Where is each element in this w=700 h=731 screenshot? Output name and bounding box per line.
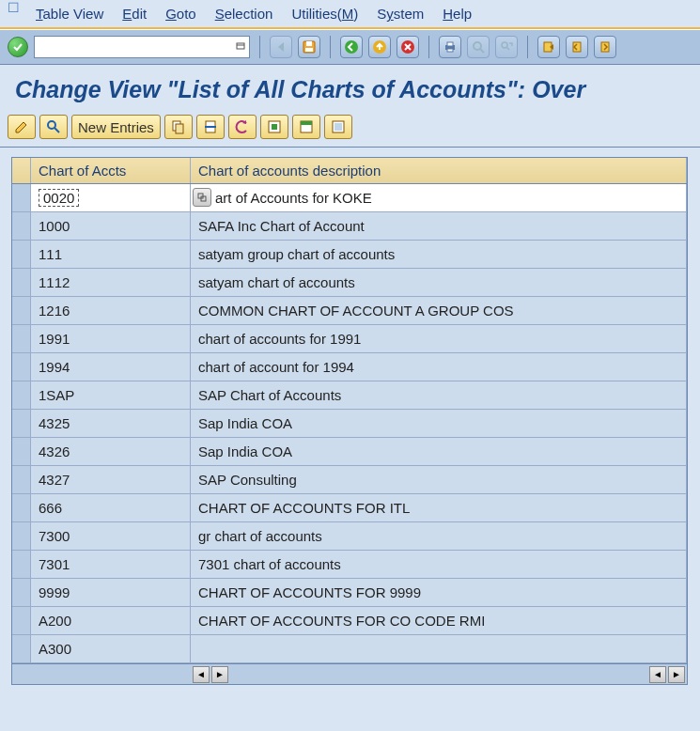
row-selector[interactable] bbox=[12, 494, 31, 521]
cell-description[interactable]: CHART OF ACCOUNTS FOR CO CODE RMI bbox=[191, 607, 687, 634]
column-header-desc[interactable]: Chart of accounts description bbox=[191, 158, 687, 183]
cell-description[interactable]: CHART OF ACCOUNTS FOR ITL bbox=[191, 494, 687, 521]
details-button[interactable] bbox=[39, 115, 68, 139]
cell-code[interactable]: 111 bbox=[31, 241, 191, 268]
cell-code[interactable]: 0020 bbox=[31, 184, 191, 211]
menu-system[interactable]: System bbox=[377, 6, 424, 22]
menu-tableview[interactable]: Table View bbox=[36, 6, 103, 22]
cell-code[interactable]: 1216 bbox=[31, 297, 191, 324]
cell-code[interactable]: A200 bbox=[31, 607, 191, 634]
row-selector[interactable] bbox=[12, 579, 31, 606]
cell-description[interactable]: Sap India COA bbox=[191, 410, 687, 437]
prev-page-icon[interactable] bbox=[566, 36, 588, 58]
scroll-left-icon[interactable]: ◄ bbox=[193, 666, 210, 683]
table-header: Chart of Accts Chart of accounts descrip… bbox=[12, 158, 687, 184]
svg-point-4 bbox=[345, 40, 358, 54]
save-icon[interactable] bbox=[298, 36, 320, 58]
menu-utilitiesm[interactable]: Utilities(M) bbox=[291, 6, 358, 22]
menu-selection[interactable]: Selection bbox=[215, 6, 273, 22]
cell-description[interactable]: satyam group chart of accounts bbox=[191, 241, 687, 268]
cell-code[interactable]: 4325 bbox=[31, 410, 191, 437]
cell-code[interactable]: 666 bbox=[31, 494, 191, 521]
row-selector[interactable] bbox=[12, 522, 31, 550]
row-selector[interactable] bbox=[12, 381, 31, 409]
cell-code[interactable]: 1112 bbox=[31, 269, 191, 296]
command-dropdown-icon[interactable] bbox=[232, 42, 249, 52]
select-all-column[interactable] bbox=[12, 158, 31, 183]
delete-button[interactable] bbox=[196, 115, 225, 139]
cell-description[interactable]: SAP Consulting bbox=[191, 466, 687, 493]
cell-description[interactable]: SAFA Inc Chart of Account bbox=[191, 212, 687, 240]
row-selector[interactable] bbox=[12, 353, 31, 381]
standard-toolbar bbox=[0, 29, 700, 65]
menu-bar: ☐ Table ViewEditGotoSelectionUtilities(M… bbox=[0, 0, 700, 29]
f4-help-icon[interactable] bbox=[193, 188, 211, 207]
cell-description[interactable]: Sap India COA bbox=[191, 438, 687, 465]
cell-code[interactable]: 7300 bbox=[31, 522, 191, 550]
row-selector[interactable] bbox=[12, 551, 31, 578]
row-selector[interactable] bbox=[12, 607, 31, 634]
print-icon[interactable] bbox=[439, 36, 461, 58]
cell-description[interactable] bbox=[191, 635, 687, 662]
deselect-all-button[interactable] bbox=[324, 115, 352, 139]
svg-rect-25 bbox=[334, 123, 342, 131]
row-selector[interactable] bbox=[12, 212, 31, 240]
cell-code[interactable]: 1991 bbox=[31, 325, 191, 352]
cell-code[interactable]: 1SAP bbox=[31, 381, 191, 409]
cell-description[interactable]: SAP Chart of Accounts bbox=[191, 381, 687, 409]
cancel-icon[interactable] bbox=[397, 36, 419, 58]
cell-code[interactable]: 1000 bbox=[31, 212, 191, 240]
row-selector[interactable] bbox=[12, 466, 31, 493]
exit-icon[interactable] bbox=[368, 36, 391, 58]
window-menu-icon[interactable]: ☐ bbox=[8, 0, 20, 15]
cell-description[interactable]: chart of account for 1994 bbox=[191, 353, 687, 381]
svg-point-10 bbox=[474, 42, 481, 50]
scroll-right-icon[interactable]: ► bbox=[211, 666, 228, 683]
cell-description[interactable]: 7301 chart of accounts bbox=[191, 551, 687, 578]
row-selector[interactable] bbox=[12, 438, 31, 465]
row-selector[interactable] bbox=[12, 635, 31, 662]
next-page-icon[interactable] bbox=[594, 36, 616, 58]
cell-description[interactable]: gr chart of accounts bbox=[191, 522, 687, 550]
cell-code[interactable]: 7301 bbox=[31, 551, 191, 578]
row-selector[interactable] bbox=[12, 297, 31, 324]
row-selector[interactable] bbox=[12, 269, 31, 296]
menu-goto[interactable]: Goto bbox=[165, 6, 196, 22]
toolbar-separator bbox=[330, 36, 331, 58]
row-selector[interactable] bbox=[12, 410, 31, 437]
select-all-button[interactable] bbox=[260, 115, 288, 139]
scroll-left-end-icon[interactable]: ◄ bbox=[649, 666, 666, 683]
table-row: 1991chart of accounts for 1991 bbox=[12, 325, 687, 353]
cell-code[interactable]: 1994 bbox=[31, 353, 191, 381]
cell-code[interactable]: 4327 bbox=[31, 466, 191, 493]
column-header-code[interactable]: Chart of Accts bbox=[31, 158, 191, 183]
row-selector[interactable] bbox=[12, 325, 31, 352]
cell-description[interactable]: art of Accounts for KOKE bbox=[191, 184, 687, 211]
cell-description[interactable]: satyam chart of accounts bbox=[191, 269, 687, 296]
first-page-icon[interactable] bbox=[537, 36, 560, 58]
row-selector[interactable] bbox=[12, 184, 31, 211]
cell-description[interactable]: COMMON CHART OF ACCOUNT A GROUP COS bbox=[191, 297, 687, 324]
svg-rect-8 bbox=[447, 42, 453, 46]
cell-code[interactable]: 9999 bbox=[31, 579, 191, 606]
cell-description[interactable]: chart of accounts for 1991 bbox=[191, 325, 687, 352]
change-details-button[interactable] bbox=[8, 115, 36, 139]
undo-button[interactable] bbox=[228, 115, 257, 139]
menu-edit[interactable]: Edit bbox=[122, 6, 147, 22]
new-entries-button[interactable]: New Entries bbox=[71, 115, 161, 139]
select-block-button[interactable] bbox=[292, 115, 320, 139]
scroll-right-end-icon[interactable]: ► bbox=[668, 666, 685, 683]
enter-button[interactable] bbox=[8, 37, 28, 57]
svg-rect-0 bbox=[237, 43, 244, 49]
back-icon[interactable] bbox=[340, 36, 363, 58]
menu-help[interactable]: Help bbox=[443, 6, 472, 22]
row-selector[interactable] bbox=[12, 241, 31, 268]
cell-code[interactable]: A300 bbox=[31, 635, 191, 662]
svg-rect-17 bbox=[176, 124, 183, 133]
table-row: 1000SAFA Inc Chart of Account bbox=[12, 212, 687, 241]
command-field[interactable] bbox=[35, 38, 232, 56]
cell-code[interactable]: 4326 bbox=[31, 438, 191, 465]
cell-description[interactable]: CHART OF ACCOUNTS FOR 9999 bbox=[191, 579, 687, 606]
copy-button[interactable] bbox=[164, 115, 193, 139]
toolbar-separator bbox=[428, 36, 429, 58]
